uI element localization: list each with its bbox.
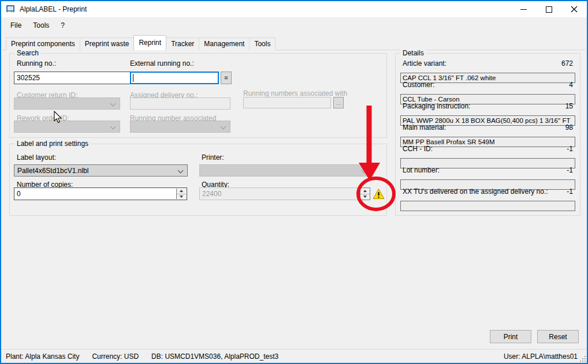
running-no-label: Running no.:: [17, 59, 56, 67]
number-of-copies-stepper[interactable]: 0: [14, 187, 187, 200]
label-print-settings-legend: Label and print settings: [14, 140, 91, 148]
window-title: AlplaLABEL - Preprint: [20, 5, 87, 13]
external-running-no-label: External running no.:: [130, 59, 194, 67]
printer-dropdown[interactable]: [199, 164, 371, 177]
menu-bar: File Tools ?: [1, 17, 587, 33]
packaging-instruction-label: Packaging instruction:: [403, 102, 470, 110]
app-icon: [6, 5, 15, 14]
copies-spinner[interactable]: [176, 189, 186, 199]
packaging-instruction-id: 15: [565, 102, 573, 110]
search-group-legend: Search: [14, 49, 41, 57]
search-group: Search Running no.: 302525 = External ru…: [9, 53, 387, 138]
tab-tracker[interactable]: Tracker: [166, 37, 199, 50]
minimize-button[interactable]: [511, 1, 536, 17]
tab-management[interactable]: Management: [199, 37, 250, 50]
cch-id-id: -1: [567, 145, 573, 153]
quantity-input[interactable]: 22400: [199, 187, 359, 200]
running-numbers-associated-with-input[interactable]: [243, 97, 331, 108]
status-db: DB: USMCD1VMS036, AlplaPROD_test3: [151, 352, 278, 361]
warning-icon: [372, 187, 385, 200]
close-button[interactable]: [561, 1, 587, 17]
customer-label: Customer:: [403, 81, 434, 89]
tab-reprint[interactable]: Reprint: [133, 35, 166, 50]
running-number-associated-dropdown[interactable]: [130, 121, 230, 133]
reset-button[interactable]: Reset: [537, 330, 579, 343]
article-variant-label: Article variant:: [403, 59, 446, 67]
label-layout-dropdown[interactable]: Pallet4x6Std1bcV1.nlbl: [14, 164, 188, 177]
title-bar: AlplaLABEL - Preprint: [1, 1, 587, 17]
spin-up-icon: [363, 190, 367, 192]
resize-grip-icon[interactable]: [579, 355, 586, 362]
spin-down-icon: [180, 196, 183, 198]
tab-preprint-components[interactable]: Preprint components: [6, 37, 80, 50]
text-caret: [133, 74, 133, 82]
app-window: AlplaLABEL - Preprint File Tools ? Prepr…: [0, 0, 588, 364]
customer-id: 4: [569, 81, 573, 89]
cch-id-label: CCH - ID:: [403, 145, 433, 153]
lot-number-id: -1: [567, 166, 573, 174]
external-running-no-input[interactable]: [130, 72, 219, 84]
print-button[interactable]: Print: [490, 330, 531, 343]
chevron-down-icon: [362, 168, 367, 174]
chevron-down-icon: [110, 124, 116, 130]
tab-tools[interactable]: Tools: [249, 37, 276, 50]
spin-up-icon: [180, 190, 183, 192]
external-running-no-equals-button[interactable]: =: [221, 72, 232, 84]
status-plant: Plant: Alpla Kansas City: [6, 352, 79, 361]
main-material-id: 98: [565, 123, 573, 132]
chevron-down-icon: [178, 168, 184, 174]
article-variant-id: 672: [561, 59, 573, 67]
status-bar: Plant: Alpla Kansas City Currency: USD D…: [1, 349, 587, 363]
menu-tools[interactable]: Tools: [27, 19, 55, 32]
printer-label: Printer:: [202, 153, 224, 162]
rework-order-id-dropdown[interactable]: [14, 121, 120, 133]
maximize-button[interactable]: [536, 1, 561, 17]
quantity-spinner[interactable]: [360, 187, 370, 200]
label-print-settings-group: Label and print settings Label layout: P…: [9, 144, 387, 216]
assigned-delivery-no-input[interactable]: [130, 97, 230, 110]
customer-return-id-dropdown[interactable]: [14, 97, 120, 110]
spin-down-icon: [363, 196, 367, 198]
menu-file[interactable]: File: [5, 19, 27, 32]
details-group: Details Article variant: 672 CAP CCL 1 3…: [395, 53, 580, 216]
main-material-label: Main material:: [403, 123, 446, 132]
browse-button[interactable]: ...: [333, 97, 344, 108]
lot-number-label: Lot number:: [403, 166, 440, 174]
details-group-legend: Details: [400, 49, 426, 57]
tus-delivered-value: [400, 201, 575, 211]
maximize-icon: [546, 6, 552, 13]
close-icon: [571, 6, 578, 13]
minimize-icon: [520, 9, 527, 10]
tab-strip: Preprint components Preprint waste Repri…: [6, 37, 275, 50]
tus-delivered-label: XX TU's delivered on the assigned delive…: [403, 187, 548, 196]
tus-delivered-id: -1: [567, 187, 573, 196]
label-layout-label: Label layout:: [17, 153, 56, 162]
status-user: User: ALPLA\matthes01: [504, 352, 578, 361]
chevron-down-icon: [110, 101, 116, 107]
chevron-down-icon: [221, 124, 226, 130]
menu-help[interactable]: ?: [55, 19, 70, 32]
running-no-input[interactable]: 302525: [14, 72, 140, 84]
running-numbers-associated-with-label: Running numbers associated with: [243, 89, 347, 97]
tab-preprint-waste[interactable]: Preprint waste: [80, 37, 135, 50]
status-currency: Currency: USD: [92, 352, 139, 361]
